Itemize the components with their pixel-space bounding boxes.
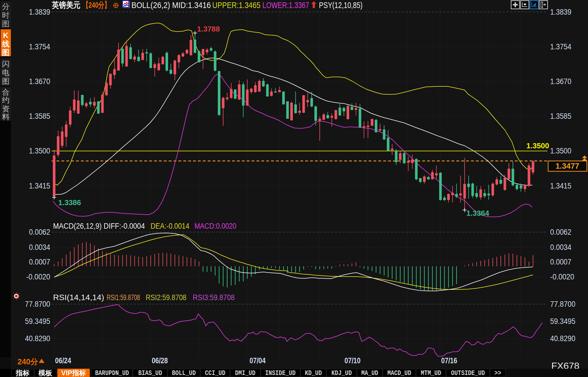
svg-text:BIAS_UD: BIAS_UD — [138, 370, 162, 377]
svg-text:料: 料 — [2, 112, 9, 121]
svg-text:0.0062: 0.0062 — [550, 228, 571, 236]
svg-text:1.3788: 1.3788 — [197, 25, 220, 33]
svg-text:0.0062: 0.0062 — [29, 228, 50, 236]
svg-text:07/04: 07/04 — [250, 356, 266, 365]
svg-text:07/16: 07/16 — [441, 356, 457, 365]
svg-text:MACD(26,12,9) DIFF:-0.0004: MACD(26,12,9) DIFF:-0.0004 — [53, 222, 145, 230]
svg-text:RSI3:59.8708: RSI3:59.8708 — [193, 293, 235, 302]
svg-text:RSI2:59.8708: RSI2:59.8708 — [146, 293, 186, 302]
svg-text:INSIDE_UD: INSIDE_UD — [265, 370, 296, 377]
svg-text:1.3386: 1.3386 — [58, 198, 81, 207]
svg-text:1.3500: 1.3500 — [29, 147, 50, 155]
svg-text:0.0007: 0.0007 — [29, 258, 50, 266]
svg-text:>>: >> — [494, 370, 501, 377]
svg-text:合: 合 — [2, 88, 9, 96]
svg-text:1.3364: 1.3364 — [466, 209, 489, 217]
svg-text:1.3415: 1.3415 — [29, 182, 50, 190]
svg-text:0.0034: 0.0034 — [550, 243, 571, 252]
svg-text:BOLL(26,2) MID:1.3416: BOLL(26,2) MID:1.3416 — [131, 1, 211, 10]
svg-text:DMI_UD: DMI_UD — [235, 370, 256, 377]
svg-text:1.3477: 1.3477 — [556, 162, 579, 170]
svg-text:图: 图 — [2, 77, 9, 85]
svg-text:06/24: 06/24 — [55, 356, 71, 365]
svg-text:英镑美元: 英镑美元 — [52, 1, 80, 9]
svg-text:线: 线 — [2, 40, 9, 48]
svg-text:-0.0020: -0.0020 — [550, 273, 574, 281]
svg-text:0.0034: 0.0034 — [29, 243, 50, 252]
svg-text:-0.0020: -0.0020 — [26, 273, 50, 281]
svg-text:1.3754: 1.3754 — [29, 42, 50, 51]
svg-text:1.3500: 1.3500 — [550, 147, 571, 155]
svg-text:CCI_UD: CCI_UD — [205, 370, 225, 377]
svg-text:MA_UD: MA_UD — [361, 370, 378, 377]
svg-text:PSY(12,10,85): PSY(12,10,85) — [319, 1, 363, 10]
svg-text:07/10: 07/10 — [344, 356, 361, 365]
svg-text:资: 资 — [2, 104, 9, 113]
svg-text:1.3585: 1.3585 — [550, 112, 571, 121]
svg-text:1.3754: 1.3754 — [550, 42, 571, 51]
svg-text:电: 电 — [2, 68, 9, 77]
svg-text:77.8700: 77.8700 — [550, 300, 575, 308]
svg-text:1.3415: 1.3415 — [550, 182, 571, 190]
svg-text:MACD_UD: MACD_UD — [388, 370, 411, 377]
svg-text:DEA:-0.0014: DEA:-0.0014 — [151, 222, 189, 230]
svg-text:RSI1:59.8708: RSI1:59.8708 — [107, 293, 140, 302]
svg-text:1.3839: 1.3839 — [550, 8, 571, 16]
svg-text:KDJ_UD: KDJ_UD — [332, 370, 352, 377]
svg-text:40.8290: 40.8290 — [25, 334, 50, 343]
svg-text:40.8290: 40.8290 — [550, 334, 575, 343]
svg-text:1.3500: 1.3500 — [526, 141, 549, 150]
svg-text:K: K — [3, 31, 9, 40]
svg-text:分: 分 — [2, 2, 9, 11]
svg-text:图: 图 — [2, 48, 9, 57]
svg-text:RSI(14,14,14): RSI(14,14,14) — [53, 293, 104, 302]
svg-text:LOWER:1.3367: LOWER:1.3367 — [262, 1, 309, 10]
svg-text:指标: 指标 — [15, 369, 30, 377]
svg-text:BOLL_UD: BOLL_UD — [172, 370, 196, 377]
svg-text:1.3839: 1.3839 — [29, 8, 50, 16]
svg-text:模板: 模板 — [38, 369, 52, 377]
svg-text:时: 时 — [2, 11, 9, 20]
svg-text:240分: 240分 — [17, 357, 38, 366]
svg-text:1.3670: 1.3670 — [29, 77, 50, 86]
svg-text:MTM_UD: MTM_UD — [421, 370, 441, 377]
svg-text:VIP指标: VIP指标 — [61, 369, 86, 377]
svg-text:BARUPDN_UD: BARUPDN_UD — [95, 370, 129, 377]
svg-text:59.3495: 59.3495 — [25, 317, 50, 326]
svg-text:77.8700: 77.8700 — [25, 300, 50, 308]
svg-text:OUTSIDE_UD: OUTSIDE_UD — [451, 370, 485, 377]
svg-text:0.0007: 0.0007 — [550, 258, 571, 266]
svg-text:1.3585: 1.3585 — [29, 112, 50, 121]
svg-text:【240分】: 【240分】 — [83, 1, 110, 9]
svg-text:图: 图 — [2, 20, 9, 28]
svg-text:UPPER:1.3465: UPPER:1.3465 — [212, 1, 260, 10]
svg-text:06/28: 06/28 — [152, 356, 168, 365]
svg-text:约: 约 — [2, 96, 9, 104]
svg-text:1.3670: 1.3670 — [550, 77, 571, 86]
svg-text:59.3495: 59.3495 — [550, 317, 575, 326]
svg-text:KD_UD: KD_UD — [305, 370, 322, 377]
svg-text:闪: 闪 — [2, 60, 9, 68]
svg-text:MACD:0.0020: MACD:0.0020 — [194, 222, 236, 230]
